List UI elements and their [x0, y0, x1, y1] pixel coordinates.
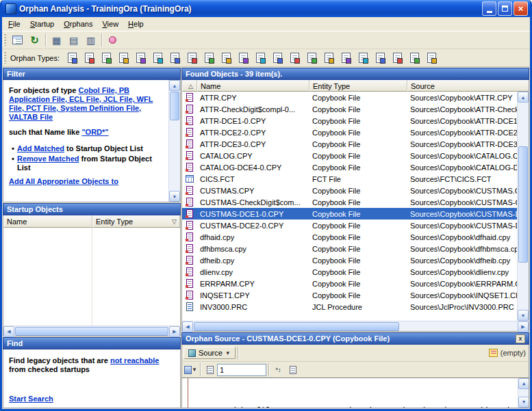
startup-objects-panel: Startup Objects Name Entity Type▽ [3, 203, 181, 336]
table-row[interactable]: ATTR-DCE2-0.CPY Copybook File Sources\Co… [182, 127, 517, 138]
orphan-source-title: Orphan Source - CUSTMAS-DCE1-0.CPY (Copy… [186, 334, 516, 343]
orphan-type-icon[interactable] [218, 51, 235, 66]
startup-horizontal-scrollbar[interactable] [3, 326, 181, 336]
table-row[interactable]: dfheib.cpy Copybook File Sources\Copyboo… [182, 254, 517, 266]
scroll-right-icon[interactable] [518, 321, 529, 332]
orphan-type-icon[interactable] [286, 51, 303, 66]
scroll-left-icon[interactable] [182, 321, 193, 332]
source-dropdown-button[interactable]: Source ▼ [183, 347, 236, 359]
scroll-up-icon[interactable] [518, 378, 529, 389]
orphan-type-icon[interactable] [303, 51, 320, 66]
scroll-down-icon[interactable] [518, 310, 529, 321]
column-header-name[interactable]: Name [3, 215, 92, 228]
orphan-type-icon[interactable] [423, 51, 440, 66]
menu-startup[interactable]: Startup [25, 18, 59, 30]
remove-matched-link[interactable]: Remove Matched [17, 155, 79, 163]
orphan-type-icon[interactable] [64, 51, 81, 66]
workspace-icon[interactable] [9, 32, 26, 48]
orphan-type-icon[interactable] [372, 51, 389, 66]
orphan-type-icon[interactable] [235, 51, 252, 66]
source-vertical-scrollbar[interactable] [518, 378, 529, 408]
orphan-type-icon[interactable] [389, 51, 406, 66]
orphan-type-icon[interactable] [355, 51, 372, 66]
table-row[interactable]: INV3000.PRC JCL Procedure Sources\JclPro… [182, 301, 517, 313]
add-matched-link[interactable]: Add Matched [17, 144, 64, 153]
table-row[interactable]: ATTR.CPY Copybook File Sources\Copybook\… [182, 92, 517, 103]
orphan-type-icon[interactable] [132, 51, 149, 66]
source-code-view[interactable]: * This file was generated using Moderniz… [181, 377, 529, 408]
table-row[interactable]: INQSET1.CPY Copybook File Sources\Copybo… [182, 289, 517, 301]
line-number-input[interactable] [217, 364, 266, 376]
scroll-down-icon[interactable] [169, 191, 180, 202]
notes-icon[interactable] [489, 349, 498, 357]
scrollbar-thumb[interactable] [518, 146, 528, 263]
scroll-up-icon[interactable] [169, 80, 180, 91]
column-header-name[interactable]: Name [197, 80, 309, 92]
table-view-icon[interactable] [48, 32, 65, 48]
menu-view[interactable]: View [97, 18, 123, 30]
scrollbar-thumb[interactable] [194, 322, 399, 331]
char-ruler-icon[interactable]: °↕ [271, 363, 286, 376]
scroll-left-icon[interactable] [3, 326, 14, 337]
wizard-icon[interactable] [104, 32, 121, 48]
orphan-type-icon[interactable] [115, 51, 132, 66]
view-select-icon[interactable]: ▼ [183, 363, 198, 376]
table-row[interactable]: ATTR-CheckDigit$compl-0... Copybook File… [182, 103, 517, 115]
columns-view-icon[interactable] [82, 32, 99, 48]
table-row[interactable]: dlienv.cpy Copybook File Sources\Copyboo… [182, 266, 517, 278]
column-header-entity-type[interactable]: Entity Type▽ [92, 215, 180, 228]
column-header-entity-type[interactable]: Entity Type [309, 80, 407, 92]
not-reachable-link[interactable]: not reachable [110, 356, 160, 364]
table-row[interactable]: dfhbmsca.cpy Copybook File Sources\Copyb… [182, 243, 517, 254]
refresh-icon[interactable] [26, 32, 43, 48]
orphan-type-icon[interactable] [166, 51, 183, 66]
table-row[interactable]: CUSTMAS.CPY Copybook File Sources\Copybo… [182, 185, 517, 196]
orphan-type-icon[interactable] [149, 51, 166, 66]
scroll-up-icon[interactable] [518, 92, 529, 103]
maximize-button[interactable] [498, 1, 512, 16]
table-row[interactable]: CATALOG.CPY Copybook File Sources\Copybo… [182, 150, 517, 161]
filter-name-pattern-link[interactable]: "ORD*" [81, 128, 108, 136]
rows-view-icon[interactable] [65, 32, 82, 48]
orphan-type-icon[interactable] [320, 51, 338, 66]
table-row[interactable]: ATTR-DCE1-0.CPY Copybook File Sources\Co… [182, 115, 517, 127]
table-row[interactable]: CUSTMAS-DCE2-0.CPY Copybook File Sources… [182, 220, 517, 231]
menu-help[interactable]: Help [123, 18, 149, 30]
panel-close-icon[interactable]: x [516, 334, 525, 343]
orphan-type-icon[interactable] [201, 51, 218, 66]
scroll-right-icon[interactable] [169, 326, 180, 337]
filter-vertical-scrollbar[interactable] [168, 80, 180, 202]
close-button[interactable]: × [514, 1, 528, 16]
scrollbar-thumb[interactable] [15, 327, 168, 336]
table-row[interactable]: dfhaid.cpy Copybook File Sources\Copyboo… [182, 231, 517, 243]
go-to-line-icon[interactable] [203, 363, 217, 376]
menu-file[interactable]: File [3, 18, 25, 30]
scroll-down-icon[interactable] [518, 397, 529, 408]
startup-objects-list[interactable] [3, 228, 181, 326]
found-vertical-scrollbar[interactable] [517, 92, 529, 321]
minimize-button[interactable] [482, 1, 496, 16]
table-row[interactable]: CATALOG-DCE4-0.CPY Copybook File Sources… [182, 161, 517, 173]
open-document-icon[interactable] [286, 363, 300, 376]
table-row[interactable]: ATTR-DCE3-0.CPY Copybook File Sources\Co… [182, 138, 517, 150]
orphan-type-icon[interactable] [98, 51, 115, 66]
column-header-source[interactable]: Source [407, 80, 529, 92]
column-header-sort[interactable]: △ [182, 80, 197, 92]
toolbar-gripper[interactable] [3, 52, 6, 64]
table-row[interactable]: CICS.FCT FCT File Sources\FCT\CICS.FCT [182, 173, 517, 185]
table-row[interactable]: CUSTMAS-CheckDigit$com... Copybook File … [182, 196, 517, 208]
menu-orphans[interactable]: Orphans [59, 18, 97, 30]
found-horizontal-scrollbar[interactable] [181, 321, 529, 332]
table-row[interactable]: ERRPARM.CPY Copybook File Sources\Copybo… [182, 278, 517, 289]
orphan-type-icon[interactable] [338, 51, 355, 66]
orphan-type-icon[interactable] [406, 51, 423, 66]
start-search-link[interactable]: Start Search [9, 395, 53, 403]
scrollbar-thumb[interactable] [170, 92, 179, 120]
orphan-type-icon[interactable] [183, 51, 201, 66]
orphan-type-icon[interactable] [81, 51, 98, 66]
toolbar-gripper[interactable] [3, 34, 6, 46]
orphan-type-icon[interactable] [252, 51, 269, 66]
add-all-appropriate-link[interactable]: Add All Appropriate Objects to [9, 177, 118, 185]
orphan-type-icon[interactable] [269, 51, 286, 66]
table-row-selected[interactable]: CUSTMAS-DCE1-0.CPY Copybook File Sources… [182, 208, 517, 220]
